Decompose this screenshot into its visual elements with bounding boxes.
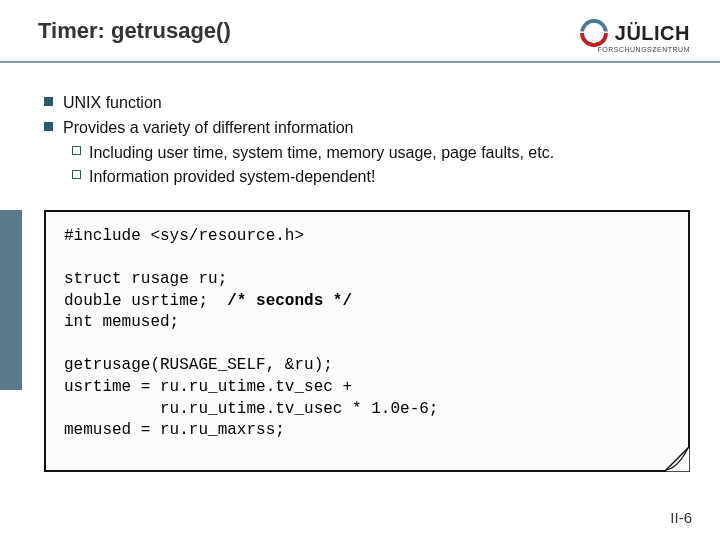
bullet-content: UNIX function Provides a variety of diff…: [0, 63, 720, 188]
side-accent-bar: [0, 210, 22, 390]
code-line: double usrtime;: [64, 292, 227, 310]
code-line: ru.ru_utime.tv_usec * 1.0e-6;: [64, 400, 438, 418]
slide-header: Timer: getrusage() JÜLICH FORSCHUNGSZENT…: [0, 0, 720, 63]
bullet-text: Including user time, system time, memory…: [89, 141, 554, 164]
page-curl-icon: [664, 446, 690, 472]
bullet-square-icon: [44, 122, 53, 131]
code-comment: /* seconds */: [227, 292, 352, 310]
bullet-text: Information provided system-dependent!: [89, 165, 375, 188]
code-line: int memused;: [64, 313, 179, 331]
code-line: memused = ru.ru_maxrss;: [64, 421, 285, 439]
slide-title: Timer: getrusage(): [38, 18, 231, 44]
code-line: struct rusage ru;: [64, 270, 227, 288]
bullet-level1: Provides a variety of different informat…: [44, 116, 690, 139]
code-line: getrusage(RUSAGE_SELF, &ru);: [64, 356, 333, 374]
bullet-level1: UNIX function: [44, 91, 690, 114]
bullet-level2: Including user time, system time, memory…: [72, 141, 690, 164]
bullet-level2: Information provided system-dependent!: [72, 165, 690, 188]
bullet-square-icon: [44, 97, 53, 106]
code-line: usrtime = ru.ru_utime.tv_sec +: [64, 378, 352, 396]
bullet-text: Provides a variety of different informat…: [63, 116, 354, 139]
brand-logo: JÜLICH FORSCHUNGSZENTRUM: [579, 18, 690, 53]
bullet-text: UNIX function: [63, 91, 162, 114]
brand-name: JÜLICH: [615, 22, 690, 45]
brand-subtitle: FORSCHUNGSZENTRUM: [598, 46, 691, 53]
page-number: II-6: [670, 509, 692, 526]
bullet-open-square-icon: [72, 146, 81, 155]
svg-marker-2: [664, 446, 690, 472]
code-line: #include <sys/resource.h>: [64, 227, 304, 245]
bullet-open-square-icon: [72, 170, 81, 179]
code-block: #include <sys/resource.h> struct rusage …: [44, 210, 690, 472]
julich-mark-icon: [579, 18, 609, 48]
